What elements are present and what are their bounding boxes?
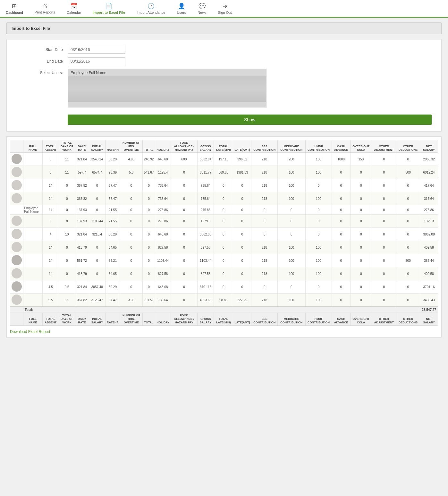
sss-cell: 218 xyxy=(251,192,277,205)
other-cell: 0 xyxy=(396,205,420,215)
fh-daily: DAILY RATE xyxy=(75,313,89,325)
latemin-cell: 0 xyxy=(214,241,233,254)
latemin-cell: 0 xyxy=(214,228,233,241)
holiday-cell: 643.68 xyxy=(155,280,171,294)
food-cell: 0 xyxy=(171,294,197,307)
ratehr-cell: 50.29 xyxy=(106,153,120,166)
fh-gross: GROSS SALARY xyxy=(197,313,214,325)
hmdf-cell: 100 xyxy=(305,294,332,307)
nav-sign-out[interactable]: ➜ Sign Out xyxy=(212,0,238,18)
days-cell: 9.5 xyxy=(59,280,75,294)
net-cell: 409.58 xyxy=(420,267,438,280)
nav-print-reports[interactable]: 🖨 Print Reports xyxy=(29,0,61,18)
other-cell: 0 xyxy=(396,267,420,280)
ratehr-cell: 57.47 xyxy=(106,294,120,307)
ratehr-cell: 21.55 xyxy=(106,215,120,228)
users-icon: 👤 xyxy=(178,3,185,10)
total-cell: 0 xyxy=(142,280,155,294)
table-row: 140367.82057.4700735.640735.640021810010… xyxy=(10,192,438,205)
initial-cell: 3540.24 xyxy=(89,153,105,166)
cola-cell: 0 xyxy=(350,228,372,241)
other-cell: 0 xyxy=(396,153,420,166)
other-cell: 300 xyxy=(396,254,420,267)
ratehr-cell: 50.29 xyxy=(106,280,120,294)
days-cell: 0 xyxy=(59,179,75,192)
nav-import-attendance-label: Import Attendance xyxy=(137,11,165,14)
lateamt-cell: 396.52 xyxy=(233,153,251,166)
absent-cell: 4.5 xyxy=(42,280,59,294)
start-date-input[interactable] xyxy=(68,46,125,54)
nav-users[interactable]: 👤 Users xyxy=(171,0,192,18)
end-date-input[interactable] xyxy=(68,57,125,65)
total-cell: 0 xyxy=(142,179,155,192)
avatar xyxy=(12,242,22,252)
excel-icon: 📄 xyxy=(105,3,112,10)
avatar xyxy=(12,268,22,278)
download-excel-link[interactable]: Download Excel Report xyxy=(10,329,50,334)
overtime-cell: 0 xyxy=(120,179,142,192)
net-cell: 6012.24 xyxy=(420,166,438,179)
other-cell: 0 xyxy=(396,192,420,205)
col-absent: TOTAL ABSENT xyxy=(42,140,59,153)
nav-news[interactable]: 💬 News xyxy=(192,0,212,18)
medicare-cell: 100 xyxy=(277,267,305,280)
latemin-cell: 0 xyxy=(214,192,233,205)
cola-cell: 0 xyxy=(350,215,372,228)
sss-cell: 218 xyxy=(251,267,277,280)
nav-import-attendance[interactable]: 🕐 Import Attendance xyxy=(131,0,171,18)
overtime-cell: 5.8 xyxy=(120,166,142,179)
other-cell: 0 xyxy=(396,241,420,254)
absent-cell: 14 xyxy=(42,192,59,205)
fh-avatar xyxy=(10,313,23,325)
avatar-cell xyxy=(10,241,23,254)
holiday-cell: 735.64 xyxy=(155,192,171,205)
medicare-cell: 100 xyxy=(277,294,305,307)
total-net-cell: 23,547.27 xyxy=(420,307,438,313)
fullname-cell: Employee Full Name xyxy=(23,205,43,215)
adj-cell: 0 xyxy=(372,179,396,192)
sss-cell: 0 xyxy=(251,215,277,228)
initial-cell: 0 xyxy=(89,192,105,205)
col-fullname: FULL NAME xyxy=(23,140,43,153)
fullname-cell xyxy=(23,294,43,307)
medicare-cell: 100 xyxy=(277,254,305,267)
form-section: Start Date End Date Select Users: Employ… xyxy=(6,39,442,132)
medicare-cell: 0 xyxy=(277,228,305,241)
users-select-box[interactable]: Employee Full Name xyxy=(68,69,266,107)
latemin-cell: 98.85 xyxy=(214,294,233,307)
avatar xyxy=(12,154,22,164)
hmdf-cell: 100 xyxy=(305,153,332,166)
payroll-table: FULL NAME TOTAL ABSENT TOTAL DAYS OF WOR… xyxy=(10,140,438,326)
initial-cell: 0 xyxy=(89,254,105,267)
nav-calendar[interactable]: 📅 Calendar xyxy=(61,0,87,18)
sss-cell: 218 xyxy=(251,254,277,267)
col-net: NET SALARY xyxy=(420,140,438,153)
sss-cell: 218 xyxy=(251,153,277,166)
net-cell: 317.64 xyxy=(420,192,438,205)
adj-cell: 0 xyxy=(372,166,396,179)
other-cell: 0 xyxy=(396,179,420,192)
avatar-cell xyxy=(10,254,23,267)
cash-cell: 0 xyxy=(332,280,351,294)
fh-absent: TOTAL ABSENT xyxy=(42,313,59,325)
show-button[interactable]: Show xyxy=(68,115,432,125)
absent-cell: 14 xyxy=(42,254,59,267)
overtime-cell: 3.33 xyxy=(120,294,142,307)
cash-cell: 0 xyxy=(332,192,351,205)
col-cash: CASH ADVANCE xyxy=(332,140,351,153)
avatar-cell xyxy=(10,192,23,205)
employee-placeholder-item[interactable]: Employee Full Name xyxy=(68,69,266,76)
days-cell: 11 xyxy=(59,166,75,179)
select-users-row: Select Users: Employee Full Name xyxy=(16,69,432,107)
other-cell: 0 xyxy=(396,215,420,228)
col-cola: OVERSIGHT COLA xyxy=(350,140,372,153)
nav-import-excel[interactable]: 📄 Import to Excel File xyxy=(87,0,131,18)
holiday-cell: 735.64 xyxy=(155,179,171,192)
footer-header-row: FULL NAME TOTAL ABSENT TOTAL DAYS OF WOR… xyxy=(10,313,438,325)
nav-dashboard[interactable]: ⊞ Dashboard xyxy=(0,0,29,18)
hmdf-cell: 0 xyxy=(305,228,332,241)
adj-cell: 0 xyxy=(372,192,396,205)
initial-cell: 3057.48 xyxy=(89,280,105,294)
latemin-cell: 0 xyxy=(214,254,233,267)
other-cell: 500 xyxy=(396,166,420,179)
